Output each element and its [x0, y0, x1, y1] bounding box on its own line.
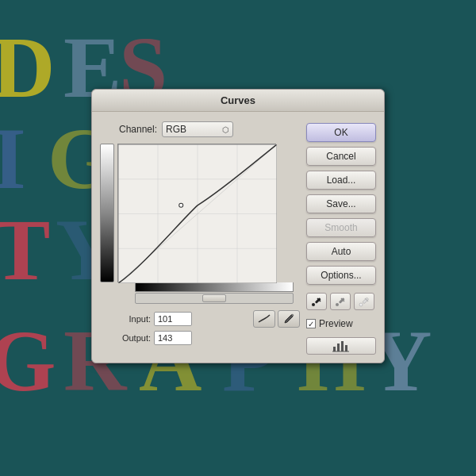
curves-area	[100, 144, 300, 304]
output-row: Output:	[117, 331, 300, 345]
preview-row: ✓ Preview	[306, 318, 376, 329]
channel-select-arrow-icon: ⬡	[222, 125, 229, 134]
input-output-area: Input:	[117, 310, 300, 345]
white-eyedropper-icon	[358, 295, 370, 308]
curve-smooth-icon	[258, 314, 271, 324]
dialog-left-panel: Channel: RGB ⬡	[100, 121, 300, 355]
channel-row: Channel: RGB ⬡	[119, 121, 300, 137]
options-button[interactable]: Options...	[306, 266, 376, 285]
gradient-bar	[100, 144, 114, 282]
dialog-right-panel: OK Cancel Load... Save... Smooth Auto	[306, 121, 376, 355]
input-label: Input:	[117, 314, 151, 324]
svg-rect-11	[341, 341, 344, 351]
channel-select[interactable]: RGB ⬡	[162, 121, 233, 137]
preview-label: Preview	[319, 318, 353, 329]
dialog-overlay: Curves Channel: RGB ⬡	[0, 0, 476, 476]
black-eyedropper-icon	[310, 295, 323, 308]
svg-rect-9	[333, 347, 336, 351]
curves-bottom-gradient	[135, 282, 294, 292]
scrollbar-thumb	[202, 294, 226, 302]
ok-button[interactable]: OK	[306, 123, 376, 142]
gray-eyedropper-button[interactable]	[330, 293, 351, 310]
black-eyedropper-button[interactable]	[306, 293, 327, 310]
svg-rect-10	[337, 344, 340, 351]
cancel-button[interactable]: Cancel	[306, 147, 376, 166]
input-field[interactable]	[154, 312, 192, 326]
svg-point-7	[359, 303, 363, 306]
svg-point-4	[336, 303, 339, 306]
dialog-body: Channel: RGB ⬡	[92, 112, 384, 363]
svg-rect-12	[345, 345, 347, 351]
smooth-button[interactable]: Smooth	[306, 218, 376, 237]
auto-button[interactable]: Auto	[306, 242, 376, 261]
dialog-title: Curves	[221, 94, 255, 106]
dialog-titlebar: Curves	[92, 90, 384, 112]
curve-pencil-tool-btn[interactable]	[278, 310, 300, 328]
curves-dialog: Curves Channel: RGB ⬡	[91, 89, 385, 363]
white-eyedropper-button[interactable]	[354, 293, 374, 310]
load-button[interactable]: Load...	[306, 171, 376, 190]
pencil-icon	[283, 313, 294, 324]
input-row: Input:	[117, 312, 192, 326]
channel-label: Channel:	[119, 124, 157, 135]
output-label: Output:	[117, 333, 151, 343]
svg-point-1	[312, 303, 315, 306]
bottom-right-icon-button[interactable]	[306, 337, 376, 355]
channel-select-value: RGB	[166, 124, 186, 135]
preview-checkbox[interactable]: ✓	[306, 319, 316, 328]
curves-canvas[interactable]	[117, 144, 276, 282]
curves-scrollbar[interactable]	[135, 293, 294, 304]
eyedropper-row	[306, 293, 376, 310]
save-button[interactable]: Save...	[306, 194, 376, 213]
output-field[interactable]	[154, 331, 192, 345]
curve-tool-buttons	[253, 310, 300, 328]
gray-eyedropper-icon	[334, 295, 347, 308]
histogram-icon	[332, 339, 351, 353]
curve-smooth-tool-btn[interactable]	[253, 310, 275, 328]
